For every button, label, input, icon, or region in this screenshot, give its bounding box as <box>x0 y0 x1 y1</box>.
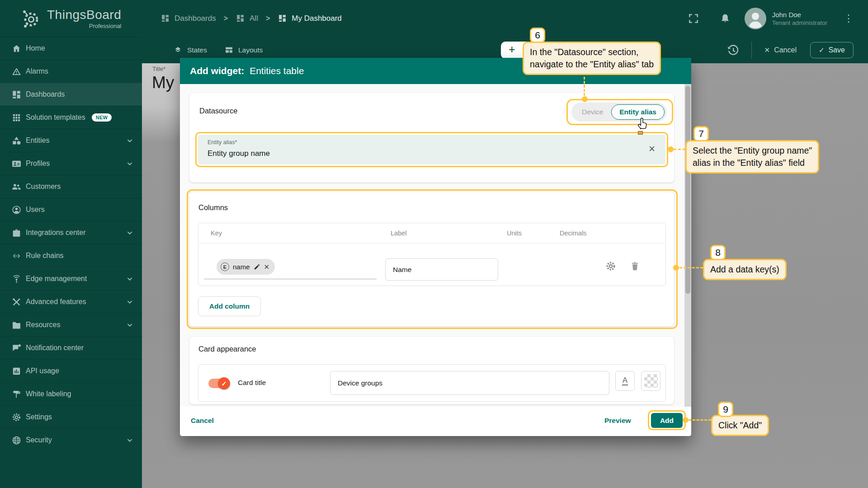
sidebar-item-label: API usage <box>26 367 59 375</box>
sidebar-item-label: Alarms <box>26 67 48 75</box>
data-key-chip[interactable]: E name ✕ <box>217 259 275 275</box>
dashboard-icon <box>236 14 245 23</box>
sidebar-item-label: Dashboards <box>26 90 65 99</box>
breadcrumb-separator: > <box>266 14 270 23</box>
people-icon <box>11 182 22 192</box>
entity-alias-select[interactable]: Entity alias* Entity group name ✕ <box>198 135 665 164</box>
font-settings-button[interactable]: A <box>615 371 635 391</box>
card-appearance-heading: Card appearance <box>198 345 256 353</box>
delete-row-trash-icon[interactable] <box>629 260 641 272</box>
sidebar-item-resources[interactable]: Resources <box>0 313 142 336</box>
entity-alias-field-label: Entity alias* <box>208 139 237 145</box>
sidebar-item-users[interactable]: Users <box>0 198 142 221</box>
column-header-key: Key <box>211 230 222 237</box>
sidebar-item-home[interactable]: Home <box>0 37 142 60</box>
breadcrumb-all[interactable]: All <box>236 14 258 23</box>
sidebar-item-advanced-features[interactable]: Advanced features <box>0 290 142 313</box>
card-title-label: Card title <box>238 379 266 387</box>
dialog-cancel-button[interactable]: Cancel <box>191 417 214 425</box>
history-icon[interactable] <box>726 43 740 57</box>
kebab-menu-icon[interactable]: ⋮ <box>844 17 850 20</box>
device-tab[interactable]: Device <box>571 108 603 116</box>
annotation-dot-7 <box>668 146 674 152</box>
new-badge: NEW <box>92 113 112 122</box>
sidebar-item-label: Advanced features <box>26 298 86 306</box>
gear-icon <box>11 412 22 422</box>
sidebar-item-label: Resources <box>26 321 60 329</box>
preview-button[interactable]: Preview <box>604 417 631 425</box>
user-name: John Doe <box>772 11 827 19</box>
column-label-input[interactable] <box>385 258 498 281</box>
user-role: Tenant administrator <box>772 19 827 26</box>
chevron-down-icon <box>125 159 135 169</box>
sidebar-item-white-labeling[interactable]: White labeling <box>0 382 142 405</box>
card-title-toggle[interactable]: ✓ <box>208 377 230 389</box>
columns-table: Key Label Units Decimals E name ✕ <box>198 223 666 286</box>
sidebar-item-security[interactable]: Security <box>0 428 142 451</box>
folder-icon <box>11 320 22 330</box>
row-settings-gear-icon[interactable] <box>605 260 617 272</box>
tab-states[interactable]: States <box>173 45 207 55</box>
breadcrumb-label: All <box>250 14 258 23</box>
dialog-scrollbar-thumb[interactable] <box>685 86 690 294</box>
clear-icon[interactable]: ✕ <box>648 144 656 154</box>
background-title-label: Title* <box>152 66 165 72</box>
sidebar-item-customers[interactable]: Customers <box>0 175 142 198</box>
color-picker-button[interactable] <box>641 371 660 391</box>
thingsboard-logo[interactable]: ThingsBoard Professional <box>0 0 142 37</box>
annotation-text: In the "Datasource" section, <box>530 46 654 58</box>
fullscreen-icon[interactable] <box>688 13 699 24</box>
sidebar-item-label: Settings <box>26 413 52 421</box>
sidebar-item-solution-templates[interactable]: Solution templates NEW <box>0 106 142 129</box>
annotation-dot-8 <box>673 265 679 271</box>
sidebar-item-label: Edge management <box>26 275 87 283</box>
edit-pencil-icon[interactable] <box>254 263 260 270</box>
tools-icon <box>11 297 22 307</box>
font-icon: A <box>622 376 628 385</box>
notifications-bell-icon[interactable] <box>719 13 731 24</box>
sidebar-item-entities[interactable]: Entities <box>0 129 142 152</box>
annotation-text: navigate to the "Entity alias" tab <box>530 58 654 70</box>
columns-table-header: Key Label Units Decimals <box>198 223 665 244</box>
sidebar-item-notification-center[interactable]: Notification center <box>0 336 142 359</box>
sidebar-item-alarms[interactable]: Alarms <box>0 60 142 83</box>
sidebar-item-rule-chains[interactable]: Rule chains <box>0 244 142 267</box>
sidebar-item-integrations-center[interactable]: Integrations center <box>0 221 142 244</box>
globe-icon <box>11 435 22 446</box>
breadcrumb-my-dashboard[interactable]: My Dashboard <box>278 14 342 23</box>
user-menu[interactable]: John Doe Tenant administrator <box>772 11 827 26</box>
person-circle-icon <box>11 205 22 215</box>
apps-icon <box>11 113 22 123</box>
sidebar-item-edge-management[interactable]: Edge management <box>0 267 142 290</box>
cursor-click-marker <box>638 131 643 135</box>
cancel-edit-button[interactable]: ✕ Cancel <box>764 46 797 54</box>
sidebar-item-settings[interactable]: Settings <box>0 405 142 428</box>
annotation-callout-6: In the "Datasource" section, navigate to… <box>523 42 661 75</box>
annotation-connector-8 <box>679 267 703 268</box>
briefcase-icon <box>11 228 22 238</box>
sidebar-item-profiles[interactable]: Profiles <box>0 152 142 175</box>
annotation-text: Add a data key(s) <box>710 263 779 276</box>
tab-layouts[interactable]: Layouts <box>224 45 263 55</box>
annotation-text: Click "Add" <box>718 419 762 432</box>
key-input-underline[interactable] <box>204 279 377 279</box>
annotation-dot-6 <box>582 96 588 102</box>
data-key-name: name <box>233 263 250 271</box>
add-button[interactable]: Add <box>651 413 683 428</box>
add-column-button[interactable]: Add column <box>198 296 261 316</box>
card-title-input[interactable] <box>330 371 609 395</box>
dashboards-icon <box>11 89 22 100</box>
topbar: Dashboards > All > My Dashboard John Doe… <box>142 0 868 37</box>
annotation-connector-6 <box>584 77 585 96</box>
background-title-value: My <box>152 73 174 92</box>
plus-icon: + <box>509 43 515 56</box>
breadcrumb-dashboards[interactable]: Dashboards <box>160 14 216 23</box>
avatar[interactable] <box>745 8 766 29</box>
chevron-down-icon <box>125 435 135 445</box>
sidebar-item-api-usage[interactable]: API usage <box>0 359 142 382</box>
sidebar-item-dashboards[interactable]: Dashboards <box>0 83 142 106</box>
dialog-scrollbar[interactable] <box>684 84 691 407</box>
save-dashboard-button[interactable]: ✓ Save <box>810 42 854 58</box>
remove-key-icon[interactable]: ✕ <box>264 263 270 271</box>
brand-name: ThingsBoard <box>47 8 121 22</box>
